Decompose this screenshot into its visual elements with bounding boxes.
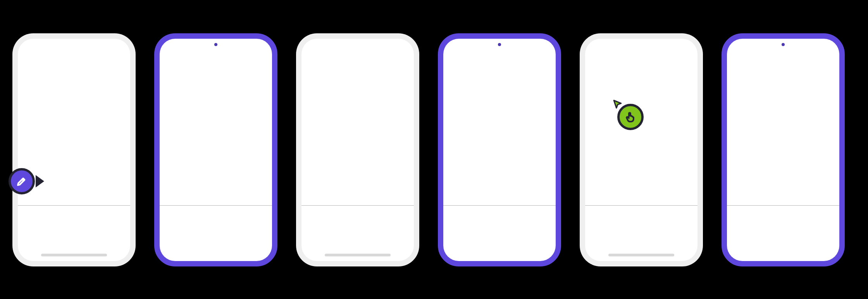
phone-screen [301,39,414,261]
click-cursor-badge[interactable] [617,104,644,130]
screen-divider [585,205,698,206]
screen-divider [301,205,414,206]
home-indicator [325,254,391,256]
cursor-up-left-icon [613,99,623,109]
home-indicator [41,254,107,256]
hand-pointer-icon [624,111,637,123]
phone-mockup-row [12,33,845,266]
phone-screen [18,39,130,261]
phone-mockup-2 [154,33,277,266]
phone-mockup-3 [296,33,419,266]
edit-cursor-badge[interactable] [9,168,35,194]
home-indicator [608,254,674,256]
screen-divider [18,205,130,206]
phone-mockup-6 [722,33,845,266]
phone-mockup-5 [580,33,703,266]
cursor-right-icon [36,175,44,187]
phone-mockup-1 [12,33,136,266]
screen-divider [443,205,556,206]
phone-screen [585,39,698,261]
camera-dot [214,43,217,46]
screen-divider [727,205,839,206]
screen-divider [160,205,272,206]
phone-screen [160,39,272,261]
pencil-icon [16,175,28,187]
phone-screen [727,39,839,261]
camera-dot [782,43,785,46]
phone-screen [443,39,556,261]
camera-dot [498,43,501,46]
phone-mockup-4 [438,33,561,266]
